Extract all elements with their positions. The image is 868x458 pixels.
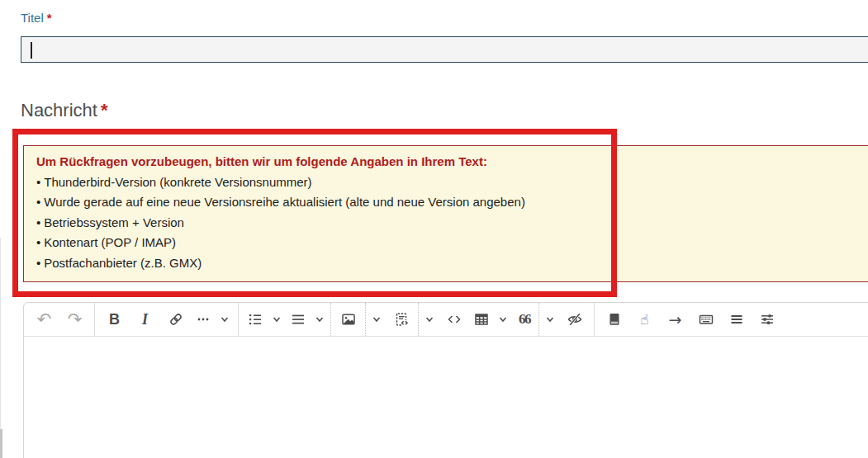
source-code-icon <box>446 311 462 328</box>
message-editor: ↶ ↷ B I <box>23 302 868 458</box>
keyboard-icon <box>698 311 714 328</box>
notice-heading: Um Rückfragen vorzubeugen, bitten wir um… <box>36 152 868 172</box>
alignment-dropdown[interactable] <box>311 305 329 333</box>
arrow-right-icon: → <box>669 310 682 328</box>
chevron-down-icon <box>544 314 556 325</box>
book-icon <box>606 311 623 328</box>
chevron-down-icon <box>424 314 435 325</box>
settings-sliders-button[interactable] <box>752 305 782 333</box>
scrollbar-thumb-fragment[interactable] <box>0 429 2 458</box>
settings-sliders-icon <box>759 311 776 328</box>
chevron-down-icon <box>219 314 230 325</box>
notice-item: •Betriebssystem + Version <box>36 213 868 234</box>
notice-item: •Thunderbird-Version (konkrete Versionsn… <box>36 172 868 193</box>
redo-icon: ↷ <box>68 311 83 328</box>
link-icon <box>168 311 184 328</box>
pointer-hand-button[interactable]: ☝ <box>629 305 660 333</box>
message-label-text: Nachricht <box>21 100 97 120</box>
show-blocks-icon <box>728 311 745 328</box>
editor-toolbar: ↶ ↷ B I <box>24 303 868 337</box>
notice-item: •Kontenart (POP / IMAP) <box>36 233 868 253</box>
bulleted-list-icon <box>247 311 263 328</box>
text-caret <box>31 42 32 59</box>
required-marker: * <box>47 11 52 25</box>
attachment-dropdown[interactable] <box>420 305 439 333</box>
notice-box: Um Rückfragen vorzubeugen, bitten wir um… <box>23 145 868 282</box>
image-dropdown[interactable] <box>368 305 386 333</box>
book-button[interactable] <box>599 305 629 333</box>
table-dropdown[interactable] <box>494 305 512 333</box>
link-button[interactable] <box>160 305 191 333</box>
toolbar-separator-dotted <box>365 303 366 336</box>
toolbar-separator <box>594 303 595 336</box>
editor-content[interactable] <box>24 337 868 458</box>
title-field-label: Titel* <box>21 11 52 25</box>
quote-dropdown[interactable] <box>541 305 559 333</box>
notice-item: •Postfachanbieter (z.B. GMX) <box>36 253 868 274</box>
undo-icon: ↶ <box>37 311 52 328</box>
attachment-template-icon <box>393 311 410 328</box>
bold-icon: B <box>109 311 120 328</box>
chevron-down-icon <box>271 314 282 325</box>
chevron-down-icon <box>314 314 325 325</box>
insert-image-button[interactable] <box>333 305 363 333</box>
toolbar-separator-dotted <box>330 303 331 336</box>
block-quote-icon: 66 <box>519 311 530 328</box>
message-field-label: Nachricht* <box>21 100 107 121</box>
chevron-down-icon <box>371 314 382 325</box>
source-code-button[interactable] <box>439 305 469 333</box>
title-label-text: Titel <box>21 11 44 25</box>
pointer-hand-icon: ☝ <box>640 311 648 328</box>
more-options-button[interactable] <box>191 305 216 333</box>
spoiler-button[interactable] <box>559 305 590 333</box>
page-edge-line <box>0 238 1 458</box>
toolbar-separator-dotted <box>538 303 539 336</box>
show-blocks-button[interactable] <box>721 305 752 333</box>
attachment-template-button[interactable] <box>386 305 416 333</box>
bold-button[interactable]: B <box>99 305 130 333</box>
undo-button[interactable]: ↶ <box>29 305 59 333</box>
more-options-icon <box>195 311 211 328</box>
alignment-button[interactable] <box>286 305 311 333</box>
toolbar-separator <box>238 303 239 336</box>
bulleted-list-button[interactable] <box>243 305 268 333</box>
block-quote-button[interactable]: 66 <box>512 305 537 333</box>
required-marker: * <box>101 100 108 120</box>
toolbar-separator-dotted <box>418 303 419 336</box>
insert-image-icon <box>340 311 357 328</box>
alignment-icon <box>290 311 306 328</box>
spoiler-eye-slash-icon <box>567 311 583 328</box>
insert-table-button[interactable] <box>469 305 494 333</box>
title-input[interactable] <box>21 36 868 63</box>
arrow-right-button[interactable]: → <box>660 305 690 333</box>
notice-item: •Wurde gerade auf eine neue Versionsreih… <box>36 192 868 213</box>
keyboard-button[interactable] <box>690 305 721 333</box>
chevron-down-icon <box>497 314 509 325</box>
insert-table-icon <box>473 311 490 328</box>
italic-button[interactable]: I <box>130 305 160 333</box>
list-dropdown[interactable] <box>268 305 286 333</box>
italic-icon: I <box>142 311 148 328</box>
toolbar-separator <box>94 303 95 336</box>
more-options-dropdown[interactable] <box>216 305 234 333</box>
redo-button[interactable]: ↷ <box>59 305 90 333</box>
